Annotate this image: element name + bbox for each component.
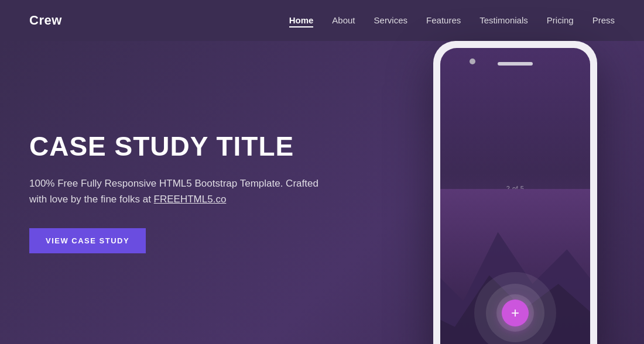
nav-item-about[interactable]: About xyxy=(332,15,355,26)
brand-logo[interactable]: Crew xyxy=(29,13,62,28)
hero-content: CASE STUDY TITLE 100% Free Fully Respons… xyxy=(29,132,334,253)
nav-links: Home About Services Features Testimonial… xyxy=(289,15,615,26)
phone-top-bar xyxy=(440,48,590,77)
nav-link-testimonials[interactable]: Testimonials xyxy=(479,15,528,25)
plus-button[interactable]: + xyxy=(502,300,529,326)
nav-item-press[interactable]: Press xyxy=(592,15,615,26)
phone-outer: 2 of 5 Quickly manage tasks xyxy=(433,41,597,344)
nav-item-pricing[interactable]: Pricing xyxy=(547,15,574,26)
nav-item-features[interactable]: Features xyxy=(426,15,461,26)
phone-speaker xyxy=(498,62,533,66)
hero-section: CASE STUDY TITLE 100% Free Fully Respons… xyxy=(0,41,644,344)
hero-description-link[interactable]: FREEHTML5.co xyxy=(154,194,227,205)
phone-screen: 2 of 5 Quickly manage tasks xyxy=(440,48,590,344)
nav-link-home[interactable]: Home xyxy=(289,15,314,27)
nav-link-about[interactable]: About xyxy=(332,15,355,25)
nav-link-services[interactable]: Services xyxy=(374,15,408,25)
nav-item-home[interactable]: Home xyxy=(289,15,314,26)
cta-button[interactable]: VIEW CASE STUDY xyxy=(29,228,146,253)
ripple-container: + xyxy=(502,300,529,326)
phone-camera xyxy=(470,59,475,64)
nav-item-services[interactable]: Services xyxy=(374,15,408,26)
nav-link-pricing[interactable]: Pricing xyxy=(547,15,574,25)
nav-link-features[interactable]: Features xyxy=(426,15,461,25)
nav-item-testimonials[interactable]: Testimonials xyxy=(479,15,528,26)
hero-description: 100% Free Fully Responsive HTML5 Bootstr… xyxy=(29,176,334,207)
phone-mockup: 2 of 5 Quickly manage tasks xyxy=(422,29,609,344)
hero-title: CASE STUDY TITLE xyxy=(29,132,334,161)
nav-link-press[interactable]: Press xyxy=(592,15,615,25)
